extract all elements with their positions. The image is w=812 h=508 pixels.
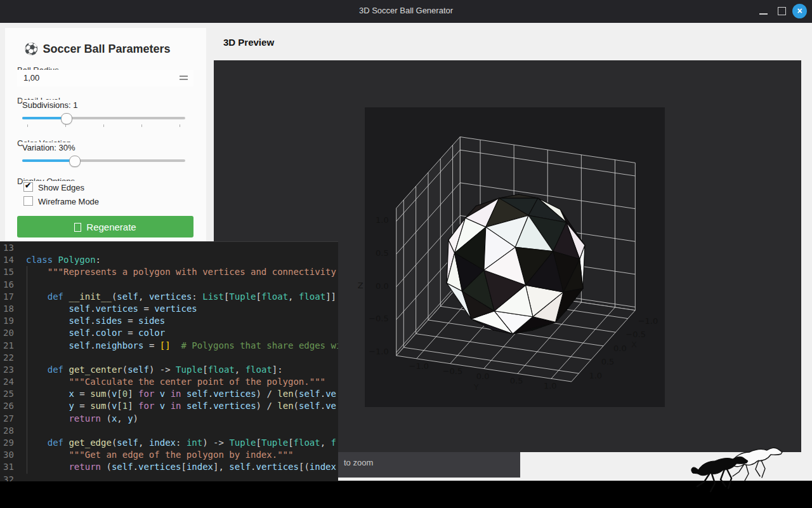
slider-handle[interactable] <box>61 113 72 124</box>
desktop: 3D Soccer Ball Generator × 3D Preview 1.… <box>0 0 812 508</box>
code-line-24: 24 """Calculate the center point of the … <box>0 376 338 388</box>
minimize-button[interactable] <box>755 0 773 23</box>
color-variation-slider[interactable] <box>22 156 185 166</box>
code-line-17: 17 def __init__(self, vertices: List[Tup… <box>0 291 338 303</box>
axis-tick-label: 0.5 <box>601 357 615 366</box>
ball-radius-value: 1,00 <box>23 73 39 83</box>
code-editor-window[interactable]: 1314class Polygon:15 """Represents a pol… <box>0 241 338 481</box>
axis-tick-label: 1.0 <box>376 215 389 225</box>
code-line-31: 31 return (self.vertices[index], self.ve… <box>0 461 338 473</box>
code-line-28: 28 <box>0 425 338 437</box>
wireframe-mode-checkbox[interactable]: Wireframe Mode <box>23 195 102 208</box>
spinbox-arrows-icon[interactable] <box>180 75 188 82</box>
toolbar-message-area: to zoom <box>338 452 520 478</box>
code-line-29: 29 def get_edge(self, index: int) -> Tup… <box>0 437 338 449</box>
axis-tick-label: 0.5 <box>376 248 389 258</box>
regenerate-button-label: Regenerate <box>86 222 136 232</box>
preview-heading: 3D Preview <box>223 37 274 48</box>
checkbox-icon[interactable] <box>23 196 33 206</box>
slider-fill <box>22 117 66 119</box>
close-icon: × <box>792 4 807 18</box>
code-line-14: 14class Polygon: <box>0 254 338 266</box>
axis-tick-label: 0.0 <box>613 344 627 353</box>
axis-tick-label: 1.0 <box>544 381 557 391</box>
checkbox-icon[interactable] <box>23 182 33 192</box>
app-window: 3D Soccer Ball Generator × 3D Preview 1.… <box>0 0 812 481</box>
axis-label: X <box>631 340 637 349</box>
axis-tick-label: −1.0 <box>369 347 389 356</box>
panel-heading-text: Soccer Ball Parameters <box>43 43 170 55</box>
subdivisions-value-label: Subdivisions: 1 <box>22 100 79 110</box>
axis-tick-label: −0.5 <box>443 366 463 376</box>
slider-tick-marks <box>22 124 185 128</box>
code-line-15: 15 """Represents a polygon with vertices… <box>0 266 338 278</box>
minimize-icon <box>759 13 768 15</box>
slider-handle[interactable] <box>69 156 81 167</box>
code-line-30: 30 """Get an edge of the polygon by inde… <box>0 449 338 461</box>
axis-tick-label: −0.5 <box>625 330 646 339</box>
code-line-16: 16 <box>0 279 338 291</box>
maximize-button[interactable] <box>773 0 790 23</box>
code-line-19: 19 self.sides = sides <box>0 315 338 327</box>
checkbox-label: Wireframe Mode <box>38 197 99 206</box>
axis-tick-label: −1.0 <box>638 316 658 326</box>
code-line-23: 23 def get_center(self) -> Tuple[float, … <box>0 364 338 376</box>
greyhound-dogs-logo <box>688 446 799 495</box>
axis-label: Y <box>474 382 479 392</box>
code-line-25: 25 x = sum(v[0] for v in self.vertices) … <box>0 388 338 400</box>
axis-tick-label: 0.5 <box>510 376 523 385</box>
code-line-21: 21 self.neighbors = [] # Polygons that s… <box>0 340 338 352</box>
code-line-20: 20 self.color = color <box>0 327 338 339</box>
show-edges-checkbox[interactable]: Show Edges <box>23 181 87 194</box>
slider-fill <box>22 159 74 162</box>
code-line-18: 18 self.vertices = vertices <box>0 303 338 315</box>
axis-tick-label: −1.0 <box>409 361 429 371</box>
close-button[interactable]: × <box>790 0 809 23</box>
axis-tick-label: −0.5 <box>369 314 389 323</box>
axis-tick-label: 0.0 <box>476 371 490 381</box>
missing-glyph-icon <box>74 223 81 232</box>
toolbar-message: to zoom <box>344 458 373 467</box>
window-title: 3D Soccer Ball Generator <box>0 6 812 15</box>
black-greyhound-icon <box>691 457 748 491</box>
panel-heading: ⚽Soccer Ball Parameters <box>24 42 171 56</box>
code-line-13: 13 <box>0 242 338 254</box>
code-line-27: 27 return (x, y) <box>0 413 338 425</box>
titlebar[interactable]: 3D Soccer Ball Generator × <box>0 0 812 23</box>
code-line-26: 26 y = sum(v[1] for v in self.vertices) … <box>0 400 338 412</box>
soccer-ball-icon: ⚽ <box>24 43 38 55</box>
ball-radius-spinbox[interactable]: 1,00 <box>17 70 193 86</box>
checkbox-label: Show Edges <box>38 183 84 192</box>
code-line-32: 32 <box>0 474 338 481</box>
regenerate-button[interactable]: Regenerate <box>17 216 193 237</box>
axis-label: Z <box>358 281 363 290</box>
detail-level-slider[interactable] <box>22 113 185 123</box>
code-lines: 1314class Polygon:15 """Represents a pol… <box>0 242 338 481</box>
variation-value-label: Variation: 30% <box>22 142 77 153</box>
code-line-22: 22 <box>0 352 338 364</box>
maximize-icon <box>778 7 786 15</box>
axis-tick-label: 0.0 <box>376 281 389 291</box>
axis-tick-label: 1.0 <box>589 371 602 380</box>
